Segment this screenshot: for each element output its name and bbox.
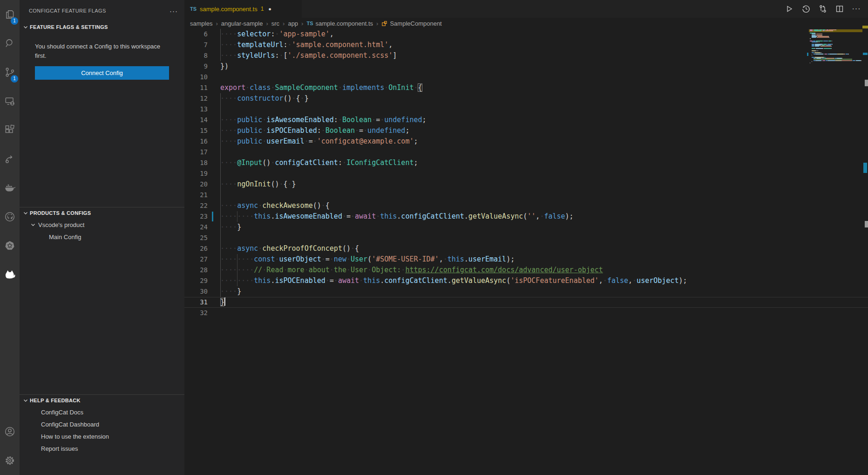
split-editor-icon[interactable]: [834, 4, 845, 14]
line-number[interactable]: 28: [184, 265, 208, 275]
tab-sample-component[interactable]: TS sample.component.ts 1 ●: [184, 0, 302, 18]
code-line[interactable]: 14····public·isAwesomeEnabled:·Boolean·=…: [184, 115, 868, 125]
code-text: ····templateUrl:·'sample.component.html'…: [220, 40, 393, 50]
code-line[interactable]: 15····public·isPOCEnabled:·Boolean·=·und…: [184, 125, 868, 136]
code-text: ····async·checkProofOfConcept()·{: [220, 243, 359, 254]
more-actions-icon[interactable]: ···: [851, 4, 861, 14]
dirty-indicator-icon[interactable]: ●: [268, 6, 271, 12]
line-number[interactable]: 15: [184, 125, 208, 136]
code-line[interactable]: 22····async·checkAwesome()·{: [184, 200, 868, 211]
line-number[interactable]: 20: [184, 179, 208, 190]
code-line[interactable]: 25: [184, 233, 868, 243]
line-number[interactable]: 27: [184, 254, 208, 265]
code-editor[interactable]: 6····selector:·'app-sample',7····templat…: [184, 29, 868, 475]
live-share-icon[interactable]: [0, 145, 20, 173]
help-feedback-section-header[interactable]: HELP & FEEDBACK: [20, 395, 184, 406]
chevron-down-icon: [29, 221, 37, 228]
code-line[interactable]: 23········this.isAwesomeEnabled·=·await·…: [184, 211, 868, 222]
products-configs-section-header[interactable]: PRODUCTS & CONFIGS: [20, 207, 184, 219]
tree-item-main-config[interactable]: Main Config: [20, 231, 184, 243]
code-line[interactable]: 11export·class·SampleComponent·implement…: [184, 83, 868, 93]
code-line[interactable]: 7····templateUrl:·'sample.component.html…: [184, 40, 868, 50]
code-line[interactable]: 27········const·userObject·=·new·User('#…: [184, 254, 868, 265]
line-number[interactable]: 23: [184, 211, 208, 222]
help-item-how-to[interactable]: How to use the extension: [20, 430, 184, 442]
timeline-icon[interactable]: [801, 4, 811, 14]
explorer-icon[interactable]: 1: [0, 0, 20, 29]
line-number[interactable]: 6: [184, 29, 208, 40]
line-number[interactable]: 17: [184, 147, 208, 158]
configcat-icon[interactable]: [0, 260, 20, 289]
code-line[interactable]: 18····@Input()·configCatClient:·IConfigC…: [184, 158, 868, 168]
line-number[interactable]: 24: [184, 222, 208, 233]
github-icon[interactable]: [0, 202, 20, 231]
code-line[interactable]: 16····public·userEmail·=·'configcat@exam…: [184, 136, 868, 147]
code-line[interactable]: 9}): [184, 61, 868, 72]
code-line[interactable]: 17: [184, 147, 868, 158]
help-item-report-issues[interactable]: Report issues: [20, 442, 184, 454]
code-line[interactable]: 29········this.isPOCEnabled·=·await·this…: [184, 275, 868, 286]
code-line[interactable]: 13: [184, 104, 868, 115]
code-line[interactable]: 21: [184, 190, 868, 200]
minimap[interactable]: [809, 29, 862, 66]
connect-config-button[interactable]: Connect Config: [35, 66, 169, 80]
line-number[interactable]: 14: [184, 115, 208, 125]
line-number[interactable]: 9: [184, 61, 208, 72]
line-number[interactable]: 21: [184, 190, 208, 200]
overview-ruler[interactable]: [862, 18, 868, 475]
search-icon[interactable]: [0, 29, 20, 58]
code-line[interactable]: 26····async·checkProofOfConcept()·{: [184, 243, 868, 254]
line-number[interactable]: 18: [184, 158, 208, 168]
line-number[interactable]: 30: [184, 286, 208, 297]
line-number[interactable]: 26: [184, 243, 208, 254]
code-text: }): [220, 61, 229, 72]
help-item-dashboard[interactable]: ConfigCat Dashboard: [20, 418, 184, 430]
ruler-marker: [865, 221, 868, 227]
line-number[interactable]: 7: [184, 40, 208, 50]
breadcrumb-item-src[interactable]: src: [271, 20, 279, 27]
breadcrumb-item-samplecomponent[interactable]: SampleComponent: [381, 20, 441, 27]
docker-icon[interactable]: [0, 173, 20, 202]
code-line[interactable]: 28········//·Read·more·about·the·User·Ob…: [184, 265, 868, 275]
code-line[interactable]: 24····}: [184, 222, 868, 233]
code-line[interactable]: 8····styleUrls:·['./sample.component.scs…: [184, 50, 868, 61]
kubernetes-icon[interactable]: [0, 231, 20, 260]
line-number[interactable]: 11: [184, 83, 208, 93]
settings-gear-icon[interactable]: [0, 446, 20, 475]
code-line[interactable]: 10: [184, 72, 868, 83]
breadcrumb-item-angular-sample[interactable]: angular-sample: [221, 20, 263, 27]
source-control-icon[interactable]: 1: [0, 58, 20, 87]
line-number[interactable]: 16: [184, 136, 208, 147]
code-line[interactable]: 32: [184, 308, 868, 318]
code-line[interactable]: 6····selector:·'app-sample',: [184, 29, 868, 40]
breadcrumb-item-sample-component-ts[interactable]: TSsample.component.ts: [306, 20, 373, 27]
line-number[interactable]: 32: [184, 308, 208, 318]
code-line[interactable]: 31}: [184, 297, 868, 308]
compare-changes-icon[interactable]: [818, 4, 828, 14]
run-icon[interactable]: [784, 4, 794, 14]
account-icon[interactable]: [0, 417, 20, 446]
line-number[interactable]: 10: [184, 72, 208, 83]
code-text: ········this.isPOCEnabled·=·await·this.c…: [220, 275, 687, 286]
sidebar-more-actions[interactable]: ···: [170, 7, 178, 15]
line-number[interactable]: 31: [184, 297, 208, 308]
remote-explorer-icon[interactable]: [0, 87, 20, 116]
line-number[interactable]: 25: [184, 233, 208, 243]
line-number[interactable]: 22: [184, 200, 208, 211]
line-number[interactable]: 29: [184, 275, 208, 286]
code-line[interactable]: 19: [184, 168, 868, 179]
code-text: ····selector:·'app-sample',: [220, 29, 334, 40]
line-number[interactable]: 19: [184, 168, 208, 179]
breadcrumb-item-app[interactable]: app: [288, 20, 298, 27]
code-line[interactable]: 12····constructor()·{·}: [184, 93, 868, 104]
breadcrumb-item-samples[interactable]: samples: [190, 20, 212, 27]
help-item-docs[interactable]: ConfigCat Docs: [20, 406, 184, 418]
line-number[interactable]: 13: [184, 104, 208, 115]
feature-flags-section-header[interactable]: FEATURE FLAGS & SETTINGS: [20, 21, 184, 33]
extensions-icon[interactable]: [0, 116, 20, 145]
code-line[interactable]: 20····ngOnInit()·{·}: [184, 179, 868, 190]
code-line[interactable]: 30····}: [184, 286, 868, 297]
tree-item-product[interactable]: Vscode's product: [20, 219, 184, 231]
line-number[interactable]: 8: [184, 50, 208, 61]
line-number[interactable]: 12: [184, 93, 208, 104]
